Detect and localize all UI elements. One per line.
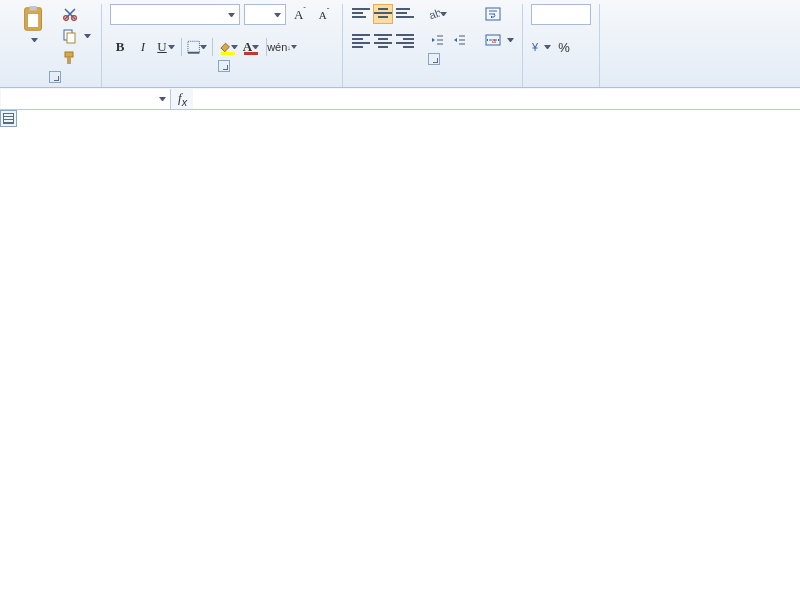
cut-button[interactable] [60, 4, 93, 24]
copy-button[interactable] [60, 26, 93, 46]
chevron-down-icon [231, 45, 238, 49]
chevron-down-icon [544, 45, 551, 49]
percent-button[interactable]: % [554, 37, 574, 57]
svg-text:¥: ¥ [531, 41, 539, 53]
font-size-select[interactable] [244, 4, 286, 25]
clipboard-icon [19, 4, 49, 34]
svg-rect-1 [29, 6, 37, 11]
dialog-launcher-icon[interactable] [218, 60, 230, 72]
fill-color-button[interactable] [218, 37, 238, 57]
group-font: Aˆ Aˇ B I U A wén↓ [102, 4, 343, 87]
chevron-down-icon [159, 97, 166, 101]
indent-right-icon [452, 33, 466, 47]
svg-text:a: a [492, 37, 496, 44]
number-format-select[interactable] [531, 4, 591, 25]
dialog-launcher-icon[interactable] [428, 53, 440, 65]
orientation-icon: ab [427, 7, 440, 21]
format-painter-button[interactable] [60, 48, 93, 68]
chevron-down-icon [84, 34, 91, 38]
autofill-options-button[interactable] [0, 110, 17, 127]
align-right-button[interactable] [395, 30, 415, 50]
underline-button[interactable]: U [156, 37, 176, 57]
font-color-button[interactable]: A [241, 37, 261, 57]
phonetic-button[interactable]: wén↓ [272, 37, 292, 57]
grow-font-button[interactable]: Aˆ [290, 5, 310, 25]
border-icon [187, 40, 200, 54]
chevron-down-icon [252, 45, 259, 49]
align-middle-button[interactable] [373, 4, 393, 24]
wrap-text-button[interactable] [485, 4, 514, 24]
group-alignment: ab a [343, 4, 523, 87]
orientation-button[interactable]: ab [427, 4, 447, 24]
dialog-launcher-icon[interactable] [49, 71, 61, 83]
wrap-icon [485, 6, 501, 22]
svg-rect-9 [188, 41, 199, 52]
svg-rect-2 [27, 13, 38, 27]
chevron-down-icon [228, 13, 235, 17]
decrease-indent-button[interactable] [427, 30, 447, 50]
align-top-button[interactable] [351, 4, 371, 24]
scissors-icon [62, 6, 78, 22]
formula-input[interactable] [193, 89, 800, 109]
chevron-down-icon [200, 45, 207, 49]
chevron-down-icon [507, 38, 514, 42]
bold-button[interactable]: B [110, 37, 130, 57]
border-button[interactable] [187, 37, 207, 57]
shrink-font-button[interactable]: Aˇ [314, 5, 334, 25]
brush-icon [62, 50, 78, 66]
merge-icon: a [485, 32, 501, 48]
chevron-down-icon [440, 12, 447, 16]
increase-indent-button[interactable] [449, 30, 469, 50]
svg-text:ab: ab [427, 7, 440, 21]
align-bottom-button[interactable] [395, 4, 415, 24]
formula-bar: fx [0, 88, 800, 110]
indent-left-icon [430, 33, 444, 47]
svg-rect-6 [67, 33, 75, 43]
chevron-down-icon [31, 38, 38, 42]
currency-icon: ¥ [531, 40, 544, 54]
name-box[interactable] [1, 89, 171, 109]
font-name-select[interactable] [110, 4, 240, 25]
paste-button[interactable] [14, 4, 54, 42]
align-left-button[interactable] [351, 30, 371, 50]
svg-rect-7 [65, 52, 73, 57]
group-number: ¥ % [523, 4, 600, 87]
chevron-down-icon [168, 45, 175, 49]
accounting-button[interactable]: ¥ [531, 37, 551, 57]
chevron-down-icon [291, 45, 297, 49]
ribbon: Aˆ Aˇ B I U A wén↓ [0, 0, 800, 88]
align-center-button[interactable] [373, 30, 393, 50]
fx-icon[interactable]: fx [178, 90, 187, 108]
chevron-down-icon [274, 13, 281, 17]
svg-rect-8 [67, 57, 71, 64]
group-clipboard [6, 4, 102, 87]
merge-center-button[interactable]: a [485, 30, 514, 50]
copy-icon [62, 28, 78, 44]
italic-button[interactable]: I [133, 37, 153, 57]
